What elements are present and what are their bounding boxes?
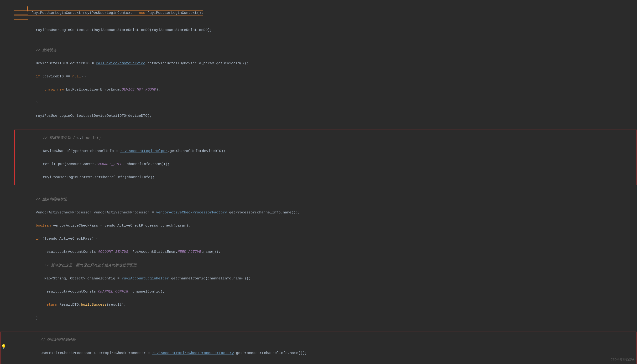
- region-box-1: // 获取渠道类型 (ruyi or lst) DeviceChannelTyp…: [14, 130, 637, 185]
- code-line-15: boolean vendorActiveCheckPass = vendorAc…: [0, 219, 637, 232]
- code-line-blank3: [0, 186, 637, 192]
- code-line-blank4: [0, 324, 637, 331]
- code-line-1: RuyiPosUserLoginContext ruyiPosUserLogin…: [0, 2, 637, 24]
- code-line-21: return ResultDTO.buildSuccess(result);: [0, 298, 637, 311]
- code-line-8: ruyiPosUserLoginContext.setDeviceDetailD…: [0, 109, 637, 122]
- code-line-11: result.put(AccountConsts.CHANNEL_TYPE, c…: [15, 158, 636, 171]
- code-line-6: throw new LstPosException(ErrorEnum.DEVI…: [0, 83, 637, 96]
- code-line-13: // 服务商绑定校验: [0, 192, 637, 206]
- code-line-10: DeviceChannelTypeEnum channelInfo = ruyi…: [15, 144, 636, 158]
- code-line-blank1: [0, 37, 637, 43]
- code-line-17: result.put(AccountConsts.ACCOUNT_STATUS,…: [0, 245, 637, 258]
- code-line-23: // 使用时间过期校验: [1, 333, 636, 346]
- code-line-20: result.put(AccountConsts.CHANNEL_CONFIG,…: [0, 285, 637, 298]
- code-line-16: if (!vendorActiveCheckPass) {: [0, 232, 637, 245]
- lightbulb-icon[interactable]: 💡: [1, 344, 6, 349]
- code-line-18: // 暂时放在这里，因为现在只有这个服务商绑定提示配置: [0, 258, 637, 272]
- code-line-25: String accountStatus = userExpireCheckPr…: [1, 360, 636, 364]
- code-line-2: ruyiPosUserLoginContext.setRuyiAccountSt…: [0, 24, 637, 37]
- code-line-7: }: [0, 96, 637, 109]
- highlight-box-orange: RuyiPosUserLoginContext ruyiPosUserLogin…: [14, 6, 203, 20]
- code-line-12: ruyiPosUserLoginContext.setChannelInfo(c…: [15, 171, 636, 184]
- code-editor: RuyiPosUserLoginContext ruyiPosUserLogin…: [0, 0, 637, 364]
- code-line-blank2: [0, 122, 637, 129]
- code-line-5: if (deviceDTO == null) {: [0, 70, 637, 83]
- code-line-14: VendorActiveCheckProcessor vendorActiveC…: [0, 206, 637, 219]
- code-line-4: DeviceDetailDTO deviceDTO = callDeviceRe…: [0, 57, 637, 70]
- csdn-watermark: CSDN @我初妩/众: [610, 358, 634, 362]
- region-box-2: 💡 // 使用时间过期校验 UserExpireCheckProcessor u…: [0, 332, 637, 364]
- code-line-9: // 获取渠道类型 (ruyi or lst): [15, 131, 636, 144]
- code-line-24: UserExpireCheckProcessor userExpireCheck…: [1, 346, 636, 360]
- code-line-19: Map<String, Object> channelConfig = ruyi…: [0, 272, 637, 285]
- code-line-3: // 查询设备: [0, 43, 637, 57]
- code-line-22: }: [0, 311, 637, 324]
